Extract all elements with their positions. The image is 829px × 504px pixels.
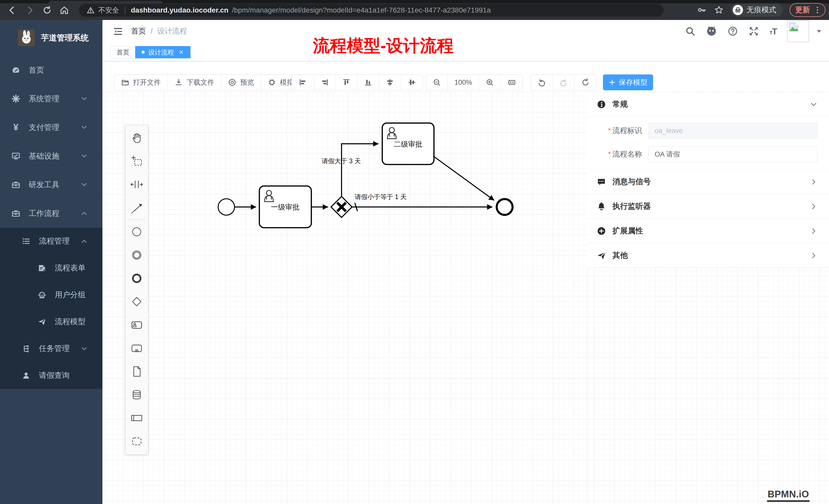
zoom-button-group: 100% [426, 74, 523, 90]
section-other[interactable]: 其他 [587, 243, 829, 268]
tags-view-bar: 首页 设计流程 [102, 42, 829, 62]
fullscreen-icon[interactable] [748, 26, 759, 37]
hand-tool[interactable] [125, 126, 148, 149]
redo-button[interactable] [553, 75, 575, 90]
lasso-tool[interactable] [125, 149, 148, 173]
end-event[interactable] [497, 199, 512, 215]
tab-design-process[interactable]: 设计流程 [135, 46, 190, 58]
bpmn-palette [125, 125, 148, 455]
sidebar-item-process-model[interactable]: 流程模型 [0, 308, 102, 335]
align-left-button[interactable] [292, 75, 314, 90]
sidebar-item-leave-query[interactable]: 请假查询 [0, 362, 102, 389]
sidebar-item-infra[interactable]: 基础设施 [0, 142, 102, 170]
align-left-icon [298, 78, 307, 87]
sidebar-item-user-group[interactable]: 用户分组 [0, 281, 102, 308]
tree-icon [22, 344, 31, 353]
key-icon[interactable] [697, 5, 707, 15]
create-start-event[interactable] [125, 220, 148, 243]
sidebar-item-process-form[interactable]: 流程表单 [0, 255, 102, 281]
browser-home-icon[interactable] [60, 5, 69, 15]
browser-forward-icon[interactable] [25, 5, 35, 15]
flow-task2-to-end[interactable] [434, 157, 494, 200]
close-icon[interactable] [178, 49, 184, 55]
process-key-label: *流程标识 [587, 126, 648, 136]
breadcrumb: 首页 / 设计流程 [131, 20, 187, 42]
bell-icon [597, 202, 606, 211]
create-user-task[interactable] [125, 313, 148, 337]
restart-button[interactable] [575, 75, 596, 90]
create-group[interactable] [125, 430, 148, 453]
exclusive-gateway[interactable] [331, 196, 352, 218]
bpmnio-watermark[interactable]: BPMN.iO [767, 489, 809, 502]
breadcrumb-home[interactable]: 首页 [131, 26, 146, 36]
section-execution-listener[interactable]: 执行监听器 [587, 194, 829, 219]
undo-button[interactable] [531, 75, 553, 90]
section-general[interactable]: 常规 [587, 92, 829, 117]
sidebar-item-label: 请假查询 [39, 370, 70, 381]
zoom-in-button[interactable] [479, 75, 501, 90]
create-end-event[interactable] [125, 267, 148, 290]
task-second-approval[interactable]: 二级审批 [382, 123, 434, 164]
browser-back-icon[interactable] [7, 5, 17, 15]
align-hcenter-button[interactable] [401, 75, 423, 90]
create-pool[interactable] [125, 406, 148, 430]
download-file-button[interactable]: 下载文件 [168, 75, 221, 90]
browser-tab[interactable] [49, 1, 163, 3]
align-vcenter-icon [386, 78, 394, 87]
screen: 不安全 dashboard.yudao.iocoder.cn/bpm/manag… [0, 0, 829, 504]
create-data-store[interactable] [125, 383, 148, 406]
help-icon[interactable] [727, 26, 738, 37]
font-size-icon[interactable]: тT [769, 26, 777, 36]
file-button-group: 打开文件 下载文件 预览 模拟 [114, 74, 300, 90]
process-name-input[interactable] [648, 146, 818, 162]
open-file-button[interactable]: 打开文件 [114, 75, 168, 90]
sidebar-item-system[interactable]: 系统管理 [0, 84, 102, 113]
align-top-button[interactable] [336, 75, 357, 90]
incognito-badge: 无痕模式 [731, 3, 783, 16]
browser-menu-dots-icon[interactable] [813, 6, 822, 14]
start-event[interactable] [218, 199, 235, 215]
global-connect-tool[interactable] [125, 196, 148, 219]
sidebar-item-payment[interactable]: ¥ 支付管理 [0, 113, 102, 142]
app-header: 首页 / 设计流程 тT [102, 20, 829, 42]
space-tool[interactable] [125, 173, 148, 196]
tab-home[interactable]: 首页 [110, 46, 136, 58]
send-icon [597, 251, 606, 261]
sidebar-item-workflow[interactable]: 工作流程 [0, 199, 102, 228]
zoom-out-button[interactable] [426, 75, 448, 90]
preview-button[interactable]: 预览 [221, 75, 261, 90]
sidebar-item-task-mgmt[interactable]: 任务管理 [0, 335, 102, 362]
github-icon[interactable] [706, 26, 717, 37]
avatar-caret-icon[interactable] [816, 28, 822, 35]
browser-reload-icon[interactable] [42, 5, 52, 15]
sidebar-item-devtools[interactable]: 研发工具 [0, 170, 102, 199]
align-bottom-button[interactable] [357, 75, 379, 90]
sidebar-item-process-mgmt[interactable]: 流程管理 [0, 228, 102, 255]
bookmark-star-icon[interactable] [714, 5, 724, 15]
zoom-reset-button[interactable] [501, 75, 522, 90]
create-gateway[interactable] [125, 290, 148, 313]
create-subprocess[interactable] [125, 337, 148, 360]
avatar[interactable] [787, 20, 809, 42]
browser-update-button[interactable]: 更新 [790, 3, 825, 17]
button-label: 预览 [240, 78, 254, 87]
section-message-signal[interactable]: 消息与信号 [587, 169, 829, 194]
incognito-icon [733, 5, 743, 15]
create-data-object[interactable] [125, 360, 148, 383]
create-intermediate-event[interactable] [125, 243, 148, 267]
sidebar-item-home[interactable]: 首页 [0, 56, 102, 84]
search-icon[interactable] [685, 26, 696, 37]
sidebar-fold-icon[interactable] [113, 26, 123, 37]
align-right-button[interactable] [314, 75, 336, 90]
briefcase-icon [11, 209, 21, 218]
incognito-label: 无痕模式 [747, 5, 776, 15]
align-vcenter-button[interactable] [379, 75, 401, 90]
process-key-input[interactable] [648, 123, 818, 139]
bpmn-canvas[interactable]: 一级审批 二级审批 请假大于 3 天 请假小于等于 1 天 [102, 91, 829, 504]
task-first-approval[interactable]: 一级审批 [259, 186, 311, 228]
address-bar[interactable]: 不安全 dashboard.yudao.iocoder.cn/bpm/manag… [79, 4, 663, 16]
workflow-submenu: 流程管理 流程表单 用户分组 流程模型 任务管理 [0, 228, 102, 389]
section-extended-properties[interactable]: 扩展属性 [587, 219, 829, 243]
flow-gateway-to-task2[interactable] [341, 144, 379, 196]
save-model-button[interactable]: 保存模型 [603, 74, 653, 90]
